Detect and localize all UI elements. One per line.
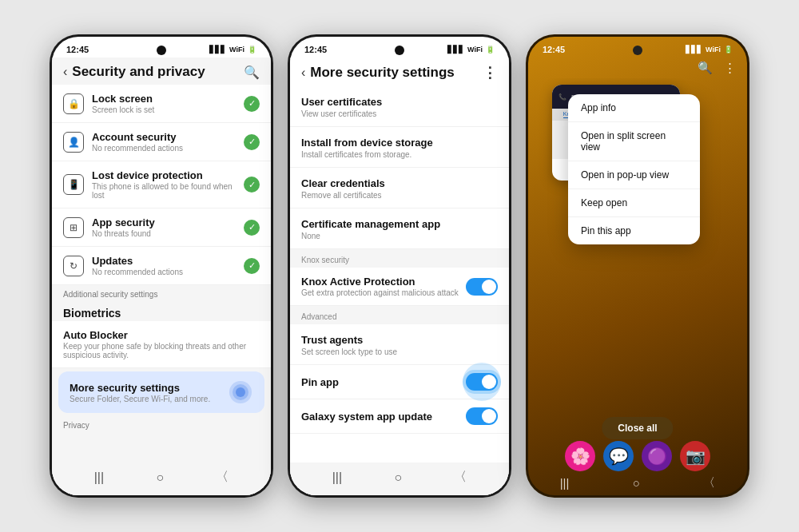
home-button-3[interactable]: ○ xyxy=(633,476,640,490)
list-item[interactable]: 👤 Account security No recommended action… xyxy=(52,123,271,161)
nav-bar-3: ||| ○ 〈 xyxy=(528,475,747,490)
dock-icon-2[interactable]: 💬 xyxy=(603,441,634,471)
apps-icon: ⊞ xyxy=(63,217,84,238)
pin-app-toggle-container xyxy=(466,373,498,391)
item-sub: View user certificates xyxy=(301,109,498,118)
pin-app-toggle[interactable] xyxy=(466,373,498,391)
search-button-1[interactable]: 🔍 xyxy=(244,65,260,80)
section-header-biometrics: Biometrics xyxy=(52,300,271,321)
item-sub: No recommended actions xyxy=(92,268,236,276)
back-nav-button[interactable]: 〈 xyxy=(216,469,229,486)
item-title: User certificates xyxy=(301,96,498,108)
back-nav-button-2[interactable]: 〈 xyxy=(454,469,467,486)
signal-icon-2: ▋▋▋ xyxy=(447,46,464,54)
galaxy-update-item[interactable]: Galaxy system app update xyxy=(290,399,509,434)
status-icons-1: ▋▋▋ WiFi 🔋 xyxy=(209,46,256,54)
check-icon: ✓ xyxy=(244,134,260,150)
section-label-additional: Additional security settings xyxy=(52,285,271,300)
wifi-icon-3: WiFi xyxy=(706,46,721,54)
knox-toggle[interactable] xyxy=(466,278,498,296)
back-nav-button-3[interactable]: 〈 xyxy=(703,475,715,490)
status-icons-2: ▋▋▋ WiFi 🔋 xyxy=(447,46,495,54)
item-sub: Set screen lock type to use xyxy=(301,347,498,356)
context-menu-pin[interactable]: Pin this app xyxy=(568,217,700,244)
context-menu-app-info[interactable]: App info xyxy=(568,94,700,122)
recent-apps-button-2[interactable]: ||| xyxy=(332,470,342,485)
check-icon: ✓ xyxy=(244,258,260,274)
item-title: Pin app xyxy=(301,376,466,388)
check-icon: ✓ xyxy=(244,220,260,236)
knox-section-label: Knox security xyxy=(290,249,509,268)
item-title: Certificate management app xyxy=(301,218,498,230)
knox-protection-item[interactable]: Knox Active Protection Get extra protect… xyxy=(290,268,509,306)
list-item[interactable]: 🔒 Lock screen Screen lock is set ✓ xyxy=(52,85,271,123)
dock-icon-3[interactable]: 🟣 xyxy=(642,441,672,471)
home-button-2[interactable]: ○ xyxy=(394,470,402,485)
context-menu: App info Open in split screen view Open … xyxy=(568,94,700,244)
status-time-3: 12:45 xyxy=(543,45,565,54)
lock-icon: 🔒 xyxy=(63,93,84,114)
dock-icon-1[interactable]: 🌸 xyxy=(565,441,595,471)
privacy-label: Privacy xyxy=(52,416,271,431)
check-icon: ✓ xyxy=(244,177,260,193)
item-title: More security settings xyxy=(70,382,220,394)
close-all-button[interactable]: Close all xyxy=(602,417,673,439)
app-card-icon: 📞 xyxy=(559,93,566,101)
item-title: Trust agents xyxy=(301,334,498,346)
item-sub: Screen lock is set xyxy=(92,105,236,114)
home-button[interactable]: ○ xyxy=(156,470,164,485)
back-button-2[interactable]: ‹ xyxy=(301,66,305,80)
nav-bar-2: ||| ○ 〈 xyxy=(290,463,509,495)
list-item[interactable]: ↻ Updates No recommended actions ✓ xyxy=(52,247,271,285)
item-title: Lost device protection xyxy=(92,169,236,181)
nav-bar-1: ||| ○ 〈 xyxy=(52,463,271,495)
wifi-icon-2: WiFi xyxy=(467,46,483,54)
list-item[interactable]: Install from device storage Install cert… xyxy=(290,127,509,168)
pin-app-item[interactable]: Pin app xyxy=(290,365,509,399)
ripple-indicator xyxy=(228,379,253,405)
context-menu-popup[interactable]: Open in pop-up view xyxy=(568,161,700,189)
list-item[interactable]: Clear credentials Remove all certificate… xyxy=(290,168,509,208)
page-title-2: More security settings xyxy=(310,65,454,81)
update-icon: ↻ xyxy=(63,256,84,276)
item-sub: Remove all certificates xyxy=(301,191,498,200)
phone-2: 12:45 ▋▋▋ WiFi 🔋 ‹ More security setting… xyxy=(288,34,511,498)
item-sub: Get extra protection against malicious a… xyxy=(301,288,466,297)
list-item[interactable]: Auto Blocker Keep your phone safe by blo… xyxy=(52,321,271,368)
more-security-item[interactable]: More security settings Secure Folder, Se… xyxy=(58,371,264,413)
item-sub: No recommended actions xyxy=(92,144,236,153)
dock-icon-4[interactable]: 📷 xyxy=(680,441,710,471)
signal-icon: ▋▋▋ xyxy=(209,46,226,54)
settings-list-1: 🔒 Lock screen Screen lock is set ✓ 👤 Acc… xyxy=(52,85,271,463)
phone-1: 12:45 ▋▋▋ WiFi 🔋 ‹ Security and privacy … xyxy=(50,34,273,498)
list-item[interactable]: ⊞ App security No threats found ✓ xyxy=(52,208,271,247)
search-icon-recents[interactable]: 🔍 xyxy=(698,61,713,75)
list-item[interactable]: User certificates View user certificates xyxy=(290,86,509,127)
more-options-recents[interactable]: ⋮ xyxy=(724,61,736,75)
list-item[interactable]: 📱 Lost device protection This phone is a… xyxy=(52,161,271,208)
back-button-1[interactable]: ‹ xyxy=(63,65,67,79)
recent-apps-button[interactable]: ||| xyxy=(94,470,104,485)
phone-3: 12:45 ▋▋▋ WiFi 🔋 🔍 ⋮ 📞 Phone Keypad xyxy=(526,34,749,498)
trust-agents-item[interactable]: Trust agents Set screen lock type to use xyxy=(290,324,509,365)
recent-apps-button-3[interactable]: ||| xyxy=(560,476,570,490)
item-title: App security xyxy=(92,216,236,228)
status-time-2: 12:45 xyxy=(304,45,327,54)
more-options-button[interactable]: ⋮ xyxy=(483,64,498,81)
account-icon: 👤 xyxy=(63,132,84,153)
camera-cutout xyxy=(157,46,166,55)
context-menu-split-screen[interactable]: Open in split screen view xyxy=(568,122,700,161)
item-sub: This phone is allowed to be found when l… xyxy=(92,182,236,200)
item-sub: No threats found xyxy=(92,229,236,238)
galaxy-toggle[interactable] xyxy=(466,407,498,425)
recents-screen: 📞 Phone Keypad Recents Contacts 1 2 3 xyxy=(528,78,747,495)
battery-icon-3: 🔋 xyxy=(724,46,733,54)
item-sub: Secure Folder, Secure Wi-Fi, and more. xyxy=(70,395,220,403)
item-sub: Install certificates from storage. xyxy=(301,150,498,159)
list-item[interactable]: Certificate management app None xyxy=(290,208,509,249)
battery-icon-2: 🔋 xyxy=(486,46,495,54)
context-menu-keep-open[interactable]: Keep open xyxy=(568,189,700,217)
item-title: Knox Active Protection xyxy=(301,276,466,288)
app-dock: 🌸 💬 🟣 📷 xyxy=(565,441,710,471)
item-title: Galaxy system app update xyxy=(301,411,466,423)
